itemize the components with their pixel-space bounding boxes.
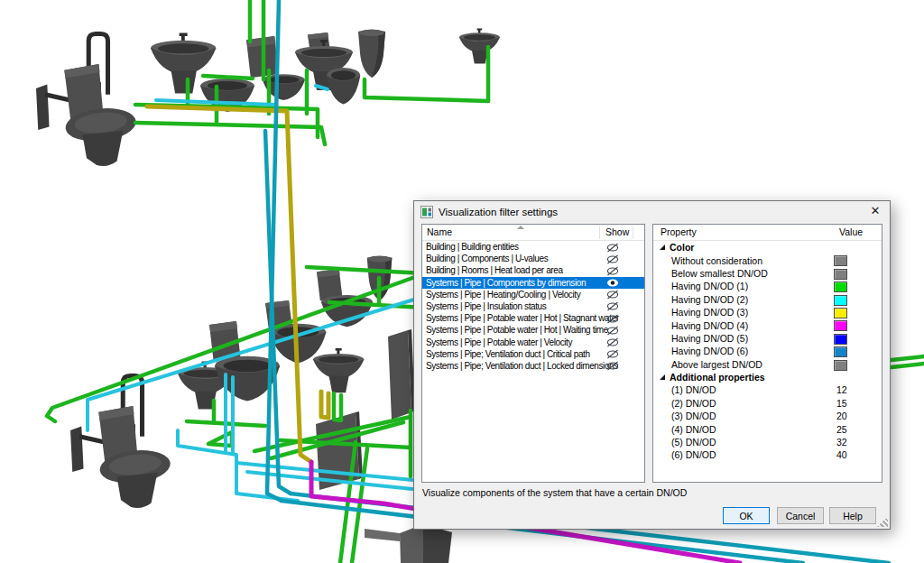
visibility-off-icon[interactable] <box>606 254 619 264</box>
visibility-off-icon[interactable] <box>606 290 619 300</box>
description-text: Visualize components of the system that … <box>422 487 687 498</box>
list-item[interactable]: Systems | Pipe | Heating/Cooling | Veloc… <box>422 289 644 300</box>
property-value[interactable]: 25 <box>836 424 847 435</box>
close-icon[interactable]: ✕ <box>861 201 890 221</box>
list-item[interactable]: Building | Rooms | Heat load per area <box>422 264 644 276</box>
color-swatch[interactable] <box>834 269 847 280</box>
wall-sink <box>313 348 364 392</box>
list-item[interactable]: Systems | Pipe | Insulation status <box>422 300 644 312</box>
property-value[interactable]: 12 <box>836 384 847 395</box>
resize-grip[interactable] <box>877 516 888 527</box>
ok-button[interactable]: OK <box>723 507 770 524</box>
handicap-toilet <box>36 33 138 166</box>
property-header: Property Value <box>653 225 882 241</box>
collapse-icon <box>660 245 665 250</box>
visibility-on-icon[interactable] <box>606 278 619 288</box>
list-item-selected[interactable]: Systems | Pipe | Components by dimension <box>422 277 644 289</box>
color-swatch[interactable] <box>834 255 847 266</box>
list-item[interactable]: Systems | Pipe | Potable water | Velocit… <box>422 337 644 348</box>
app-icon <box>420 206 433 218</box>
color-swatch[interactable] <box>834 334 847 345</box>
property-row[interactable]: (1) DN/OD12 <box>653 383 882 396</box>
property-row[interactable]: (5) DN/OD32 <box>653 436 882 448</box>
dialog-title: Visualization filter settings <box>439 207 558 217</box>
property-row[interactable]: Having DN/OD (3) <box>653 306 882 318</box>
help-button[interactable]: Help <box>829 507 876 524</box>
visualization-filter-dialog: Visualization filter settings ✕ Name Sho… <box>413 200 891 530</box>
property-row[interactable]: Having DN/OD (5) <box>653 332 882 345</box>
wall-toilet <box>327 68 360 105</box>
visibility-off-icon[interactable] <box>606 314 619 324</box>
property-group-additional[interactable]: Additional properties <box>653 371 882 383</box>
column-header-show[interactable]: Show <box>605 226 629 237</box>
property-row[interactable]: (3) DN/OD20 <box>653 410 882 422</box>
color-swatch[interactable] <box>834 295 847 306</box>
color-swatch[interactable] <box>834 360 847 371</box>
visibility-off-icon[interactable] <box>606 301 619 311</box>
property-row[interactable]: Without consideration <box>653 254 882 266</box>
color-swatch[interactable] <box>834 346 847 357</box>
property-group-color[interactable]: Color <box>653 241 882 254</box>
list-item[interactable]: Systems | Pipe | Potable water | Hot | W… <box>422 324 644 336</box>
property-value[interactable]: 15 <box>836 398 847 409</box>
visibility-off-icon[interactable] <box>606 243 619 253</box>
dialog-titlebar[interactable]: Visualization filter settings ✕ <box>414 201 890 222</box>
urinal <box>358 30 385 78</box>
color-swatch[interactable] <box>834 282 847 292</box>
cancel-button[interactable]: Cancel <box>777 507 824 524</box>
sort-indicator <box>517 226 524 229</box>
color-swatch[interactable] <box>834 320 847 331</box>
property-value[interactable]: 32 <box>836 437 847 448</box>
column-header-name[interactable]: Name <box>427 226 452 237</box>
visibility-off-icon[interactable] <box>606 266 619 276</box>
property-row[interactable]: Above largest DN/OD <box>653 358 882 371</box>
property-row[interactable]: (6) DN/OD40 <box>653 448 882 461</box>
property-row[interactable]: Having DN/OD (6) <box>653 345 882 357</box>
wall-sink <box>459 28 500 63</box>
property-value[interactable]: 20 <box>836 411 847 421</box>
list-item[interactable]: Systems | Pipe; Ventilation duct | Locke… <box>422 360 644 372</box>
pipes-yellow <box>147 106 328 462</box>
radiator-panel <box>388 329 415 420</box>
property-row[interactable]: Having DN/OD (1) <box>653 280 882 292</box>
list-header: Name Show <box>422 225 644 241</box>
list-item[interactable]: Systems | Pipe; Ventilation duct | Criti… <box>422 348 644 360</box>
property-row[interactable]: (2) DN/OD15 <box>653 397 882 410</box>
list-item[interactable]: Systems | Pipe | Potable water | Hot | S… <box>422 312 644 324</box>
property-value[interactable]: 40 <box>836 449 847 460</box>
list-item[interactable]: Building | Components | U-values <box>422 253 644 264</box>
visibility-off-icon[interactable] <box>606 326 619 336</box>
color-swatch[interactable] <box>834 308 847 318</box>
filter-list: Name Show Building | Building entities B… <box>421 224 645 483</box>
visibility-off-icon[interactable] <box>606 337 619 347</box>
property-grid: Property Value Color Without considerati… <box>652 224 882 483</box>
visibility-off-icon[interactable] <box>606 349 619 359</box>
property-row[interactable]: Having DN/OD (2) <box>653 293 882 306</box>
visibility-off-icon[interactable] <box>606 361 619 371</box>
property-row[interactable]: Having DN/OD (4) <box>653 318 882 331</box>
collapse-icon <box>660 374 665 380</box>
property-row[interactable]: (4) DN/OD25 <box>653 422 882 435</box>
list-item[interactable]: Building | Building entities <box>422 241 644 253</box>
property-row[interactable]: Below smallest DN/OD <box>653 267 882 280</box>
concrete-column <box>365 524 452 563</box>
